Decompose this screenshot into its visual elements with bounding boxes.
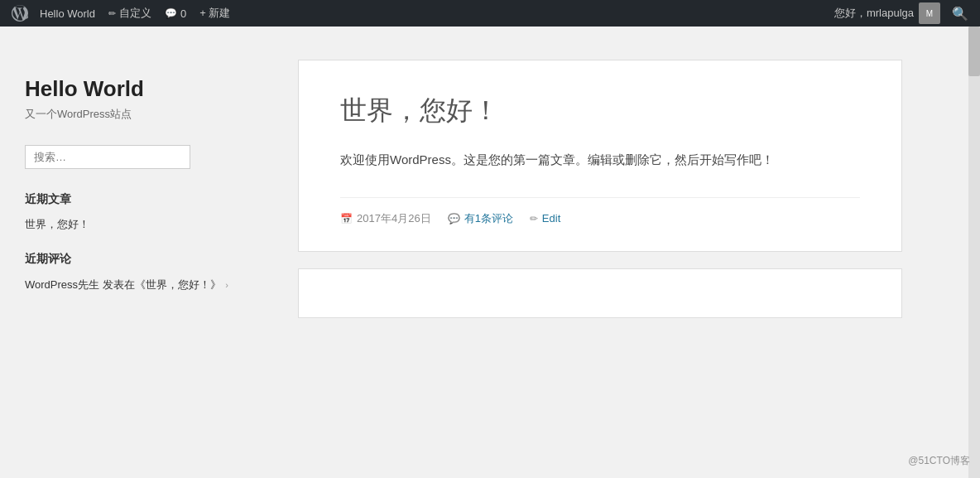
admin-bar: Hello World ✏ 自定义 💬 0 + 新建 您好，mrlapulga … bbox=[0, 0, 980, 27]
calendar-icon: 📅 bbox=[340, 213, 353, 225]
comment-action-text: 发表在《世界，您好！》 bbox=[103, 278, 221, 291]
new-label: + 新建 bbox=[199, 6, 230, 21]
post-comments-link[interactable]: 有1条评论 bbox=[464, 211, 513, 226]
customize-label: 自定义 bbox=[119, 6, 151, 21]
post-comments-item: 💬 有1条评论 bbox=[448, 211, 513, 226]
site-wrapper: Hello World 又一个WordPress站点 近期文章 世界，您好！ 近… bbox=[0, 27, 980, 478]
search-widget bbox=[25, 145, 257, 169]
post-date: 2017年4月26日 bbox=[357, 211, 431, 226]
sidebar: Hello World 又一个WordPress站点 近期文章 世界，您好！ 近… bbox=[0, 27, 281, 478]
recent-comments-list: WordPress先生 发表在《世界，您好！》 › bbox=[25, 277, 257, 294]
recent-comments-title: 近期评论 bbox=[25, 252, 257, 267]
comment-bubble-icon: 💬 bbox=[165, 7, 177, 19]
admin-bar-right: 您好，mrlapulga M 🔍 bbox=[828, 0, 973, 27]
scrollbar-thumb[interactable] bbox=[968, 27, 980, 76]
comments-count-label: 0 bbox=[180, 7, 186, 20]
scrollbar[interactable] bbox=[968, 27, 980, 478]
post-title: 世界，您好！ bbox=[340, 94, 860, 128]
search-input[interactable] bbox=[25, 145, 190, 169]
search-icon: 🔍 bbox=[952, 6, 968, 22]
post-footer: 📅 2017年4月26日 💬 有1条评论 ✏ Edit bbox=[340, 197, 860, 226]
post-content: 欢迎使用WordPress。这是您的第一篇文章。编辑或删除它，然后开始写作吧！ bbox=[340, 148, 860, 171]
comment-author-link[interactable]: WordPress先生 bbox=[25, 278, 99, 291]
site-name-bar-item[interactable]: Hello World bbox=[33, 0, 102, 27]
site-title: Hello World bbox=[25, 76, 257, 102]
post-card-stub bbox=[298, 268, 902, 318]
recent-post-item: 世界，您好！ bbox=[25, 217, 257, 232]
recent-posts-title: 近期文章 bbox=[25, 192, 257, 207]
new-bar-item[interactable]: + 新建 bbox=[193, 0, 237, 27]
comments-bar-item[interactable]: 💬 0 bbox=[158, 0, 193, 27]
edit-pencil-icon: ✏ bbox=[530, 213, 538, 225]
post-card: 世界，您好！ 欢迎使用WordPress。这是您的第一篇文章。编辑或删除它，然后… bbox=[298, 60, 902, 252]
avatar: M bbox=[919, 2, 940, 24]
search-icon-button[interactable]: 🔍 bbox=[947, 0, 973, 27]
site-tagline: 又一个WordPress站点 bbox=[25, 107, 257, 122]
recent-posts-list: 世界，您好！ bbox=[25, 217, 257, 232]
avatar-initial: M bbox=[926, 9, 933, 18]
customize-bar-item[interactable]: ✏ 自定义 bbox=[102, 0, 158, 27]
recent-post-link[interactable]: 世界，您好！ bbox=[25, 218, 89, 230]
edit-post-link[interactable]: Edit bbox=[542, 212, 560, 225]
post-date-item: 📅 2017年4月26日 bbox=[340, 211, 431, 226]
wp-logo-button[interactable] bbox=[7, 0, 33, 27]
comment-icon: 💬 bbox=[448, 213, 460, 225]
post-edit-item: ✏ Edit bbox=[530, 212, 560, 225]
pencil-icon: ✏ bbox=[108, 8, 116, 19]
main-content: 世界，您好！ 欢迎使用WordPress。这是您的第一篇文章。编辑或删除它，然后… bbox=[281, 27, 980, 478]
greeting-text: 您好，mrlapulga bbox=[834, 6, 914, 21]
site-name-label: Hello World bbox=[40, 7, 95, 20]
user-greeting[interactable]: 您好，mrlapulga M bbox=[828, 0, 947, 27]
arrow-icon: › bbox=[225, 280, 228, 290]
recent-comment-item: WordPress先生 发表在《世界，您好！》 › bbox=[25, 277, 257, 294]
